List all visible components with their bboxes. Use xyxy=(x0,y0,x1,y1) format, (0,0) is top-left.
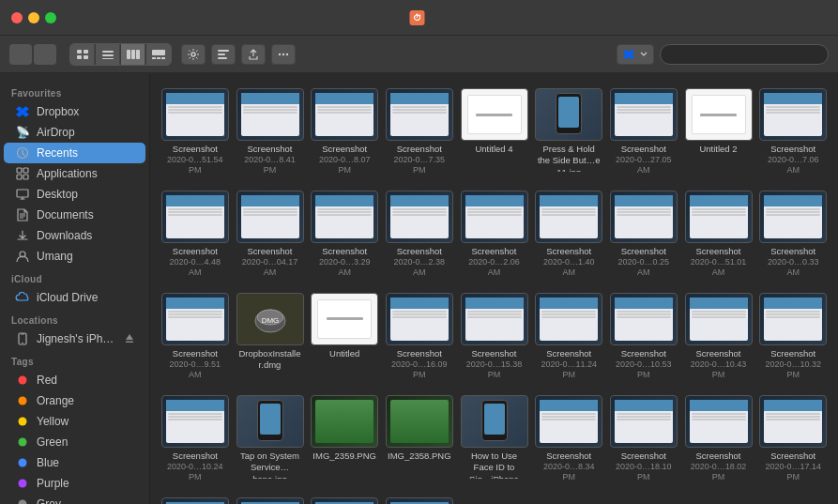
file-item[interactable]: Screenshot2020-0…18.10 PM xyxy=(610,391,678,486)
file-grid[interactable]: Screenshot2020-0…51.54 PMScreenshot2020-… xyxy=(150,73,838,504)
svg-point-19 xyxy=(282,53,284,54)
file-item[interactable]: Untitled xyxy=(311,289,378,384)
svg-point-43 xyxy=(19,397,27,405)
file-thumbnail xyxy=(535,293,602,345)
sidebar-item-label: iCloud Drive xyxy=(37,291,134,304)
column-view-button[interactable] xyxy=(121,44,145,65)
sidebar-item-dropbox[interactable]: Dropbox xyxy=(4,101,145,122)
sidebar-item-label: Umang xyxy=(37,250,134,263)
close-button[interactable] xyxy=(11,12,23,23)
file-thumbnail xyxy=(461,293,528,345)
eject-icon[interactable] xyxy=(125,333,134,344)
sidebar-item-recents[interactable]: Recents xyxy=(4,143,145,163)
file-thumbnail xyxy=(685,191,753,243)
file-date: 2020-0…8.34 PM xyxy=(537,462,601,482)
sidebar-item-tag-orange[interactable]: Orange xyxy=(4,390,145,411)
file-item[interactable]: Screenshot2020-0…2.36 PM xyxy=(386,494,453,504)
file-item[interactable]: Screenshot2020-0…7.06 AM xyxy=(759,84,827,179)
file-item[interactable]: Tap on System Service…hone.jpg xyxy=(236,391,304,486)
file-item[interactable]: Screenshot2020-0…15.38 PM xyxy=(461,289,528,384)
file-date: 2020-0…8.41 PM xyxy=(238,155,302,176)
view-buttons xyxy=(69,43,172,66)
file-item[interactable]: Screenshot2020-0…27.05 AM xyxy=(610,84,678,179)
file-item[interactable]: DMGDropboxInstaller.dmg xyxy=(236,289,304,384)
file-item[interactable]: Screenshot2020-0…10.53 PM xyxy=(610,289,678,384)
file-name: Screenshot xyxy=(388,348,451,359)
file-item[interactable]: IMG_2359.PNG xyxy=(311,391,378,486)
minimize-button[interactable] xyxy=(28,12,39,23)
settings-button[interactable] xyxy=(181,44,206,65)
sidebar-item-iphone[interactable]: Jignesh's iPhone xyxy=(4,328,145,349)
sidebar-item-label: Purple xyxy=(37,477,134,490)
sidebar-item-umang[interactable]: Umang xyxy=(4,246,145,267)
gallery-view-button[interactable] xyxy=(146,44,171,65)
file-item[interactable]: How to Use Face ID to Sig…iPhone xyxy=(461,391,528,486)
toolbar xyxy=(0,36,838,73)
sidebar-item-downloads[interactable]: Downloads xyxy=(4,225,145,246)
file-item[interactable]: Screenshot2020-0…10.32 PM xyxy=(759,289,827,384)
sidebar-item-tag-grey[interactable]: Grey xyxy=(4,494,145,504)
share-button[interactable] xyxy=(241,44,266,65)
file-item[interactable]: Screenshot2020-0…4.05 PM xyxy=(236,494,304,504)
file-name: Screenshot xyxy=(612,451,676,462)
file-thumbnail xyxy=(685,395,753,448)
file-item[interactable]: Untitled 4 xyxy=(461,84,528,179)
sidebar-item-label: Orange xyxy=(37,394,134,407)
sidebar-item-tag-blue[interactable]: Blue xyxy=(4,452,145,473)
sidebar-item-documents[interactable]: Documents xyxy=(4,205,145,225)
sidebar-item-label: Recents xyxy=(37,146,134,160)
file-item[interactable]: Screenshot2020-0…4.48 AM xyxy=(161,187,229,282)
file-item[interactable]: Screenshot2020-0…51.54 PM xyxy=(161,84,229,179)
file-thumbnail xyxy=(759,293,827,345)
file-name: IMG_2358.PNG xyxy=(388,451,451,462)
file-item[interactable]: Screenshot2020-0…3.03 PM xyxy=(311,494,378,504)
sidebar-item-applications[interactable]: Applications xyxy=(4,163,145,184)
file-item[interactable]: Screenshot2020-0…2.38 AM xyxy=(386,187,453,282)
back-button[interactable] xyxy=(9,44,32,65)
svg-rect-36 xyxy=(17,190,28,197)
file-item[interactable]: Screenshot2020-0…04.17 AM xyxy=(236,187,304,282)
file-item[interactable]: Screenshot2020-0…8.07 PM xyxy=(311,84,378,179)
file-item[interactable]: Screenshot2020-0…8.41 PM xyxy=(236,84,304,179)
sidebar-item-airdrop[interactable]: 📡AirDrop xyxy=(4,122,145,143)
file-item[interactable]: Untitled 2 xyxy=(685,84,753,179)
file-item[interactable]: Screenshot2020-0…18.02 PM xyxy=(685,391,753,486)
file-item[interactable]: Screenshot2020-0…16.09 PM xyxy=(386,289,453,384)
file-item[interactable]: Screenshot2020-0…2.06 AM xyxy=(461,187,528,282)
file-item[interactable]: Screenshot2020-0…0.25 AM xyxy=(610,187,678,282)
file-date: 2020-0…4.48 AM xyxy=(163,257,227,278)
file-name: Screenshot xyxy=(612,144,676,155)
svg-rect-5 xyxy=(102,54,114,56)
file-item[interactable]: Screenshot2020-0…3.29 AM xyxy=(311,187,378,282)
file-item[interactable]: Screenshot2020-0…11.24 PM xyxy=(535,289,602,384)
list-view-button[interactable] xyxy=(96,44,120,65)
file-item[interactable]: Screenshot2020-0…21.16 PM xyxy=(161,494,229,504)
sidebar-item-tag-yellow[interactable]: Yellow xyxy=(4,411,145,432)
maximize-button[interactable] xyxy=(45,12,56,23)
search-input[interactable] xyxy=(660,44,829,65)
file-date: 2020-0…8.07 PM xyxy=(312,155,376,176)
file-item[interactable]: Screenshot2020-0…17.14 PM xyxy=(759,391,827,486)
title-bar: ⏱ xyxy=(0,0,838,36)
file-item[interactable]: Screenshot2020-0…0.33 AM xyxy=(759,187,827,282)
sidebar-item-tag-purple[interactable]: Purple xyxy=(4,473,145,494)
arrange-button[interactable] xyxy=(211,44,236,65)
file-item[interactable]: Screenshot2020-0…7.35 PM xyxy=(386,84,453,179)
action-button[interactable] xyxy=(271,44,296,65)
icon-view-button[interactable] xyxy=(70,44,95,65)
file-item[interactable]: Screenshot2020-0…51.01 AM xyxy=(685,187,753,282)
file-item[interactable]: Screenshot2020-0…10.43 PM xyxy=(685,289,753,384)
file-item[interactable]: Screenshot2020-0…10.24 PM xyxy=(161,391,229,486)
file-item[interactable]: Press & Hold the Side But…e 11.jpg xyxy=(535,84,602,179)
dropbox-button[interactable] xyxy=(617,44,654,65)
file-item[interactable]: Screenshot2020-0…8.34 PM xyxy=(535,391,602,486)
file-item[interactable]: IMG_2358.PNG xyxy=(386,391,453,486)
sidebar-item-icloud-drive[interactable]: iCloud Drive xyxy=(4,287,145,308)
file-item[interactable]: Screenshot2020-0…9.51 AM xyxy=(161,289,229,384)
file-item[interactable]: Screenshot2020-0…1.40 AM xyxy=(535,187,602,282)
sidebar-item-desktop[interactable]: Desktop xyxy=(4,184,145,205)
sidebar-item-tag-red[interactable]: Red xyxy=(4,370,145,390)
umang-icon xyxy=(15,249,30,264)
sidebar-item-tag-green[interactable]: Green xyxy=(4,432,145,452)
forward-button[interactable] xyxy=(34,44,56,65)
